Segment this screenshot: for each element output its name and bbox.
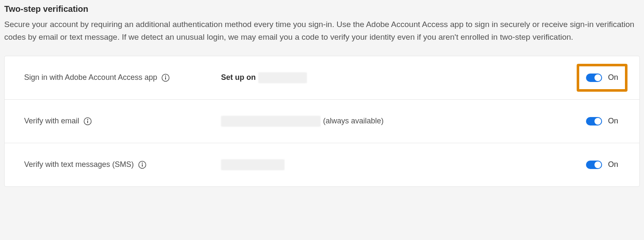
toggle-state-label: On (608, 73, 620, 82)
row-label: Verify with text messages (SMS) (24, 160, 134, 169)
row-label-col: Verify with email (24, 117, 221, 125)
redacted-value (221, 159, 285, 170)
toggle-state-label: On (608, 160, 620, 169)
svg-point-1 (165, 75, 166, 76)
toggle-adobe-account-access[interactable] (586, 74, 602, 82)
row-label-col: Sign in with Adobe Account Access app (24, 73, 221, 82)
svg-rect-8 (142, 164, 143, 166)
redacted-value (258, 72, 307, 83)
toggle-col: On (586, 117, 620, 125)
row-adobe-account-access: Sign in with Adobe Account Access app Se… (5, 56, 639, 99)
info-icon[interactable] (138, 161, 146, 169)
svg-rect-5 (87, 120, 88, 123)
row-value-col (221, 159, 586, 170)
always-available-note: (always available) (323, 117, 384, 125)
svg-rect-2 (165, 77, 166, 79)
svg-point-4 (87, 119, 88, 120)
row-label: Verify with email (24, 117, 79, 125)
toggle-state-label: On (608, 117, 620, 125)
toggle-col: On (586, 160, 620, 169)
toggle-verify-email[interactable] (586, 117, 602, 125)
toggle-col: On (586, 73, 620, 82)
info-icon[interactable] (83, 117, 92, 125)
setup-prefix: Set up on (221, 73, 256, 82)
info-icon[interactable] (161, 74, 170, 82)
row-label-col: Verify with text messages (SMS) (24, 160, 221, 169)
section-description: Secure your account by requiring an addi… (4, 18, 639, 44)
row-verify-sms: Verify with text messages (SMS) On (5, 143, 639, 186)
toggle-verify-sms[interactable] (586, 161, 602, 169)
two-step-panel: Sign in with Adobe Account Access app Se… (4, 56, 640, 187)
row-verify-email: Verify with email (always available) On (5, 99, 639, 143)
svg-point-7 (142, 162, 143, 164)
row-label: Sign in with Adobe Account Access app (24, 73, 157, 82)
section-title: Two-step verification (4, 4, 640, 14)
redacted-value (221, 116, 321, 127)
row-value-col: (always available) (221, 116, 586, 127)
row-value-col: Set up on (221, 72, 586, 83)
